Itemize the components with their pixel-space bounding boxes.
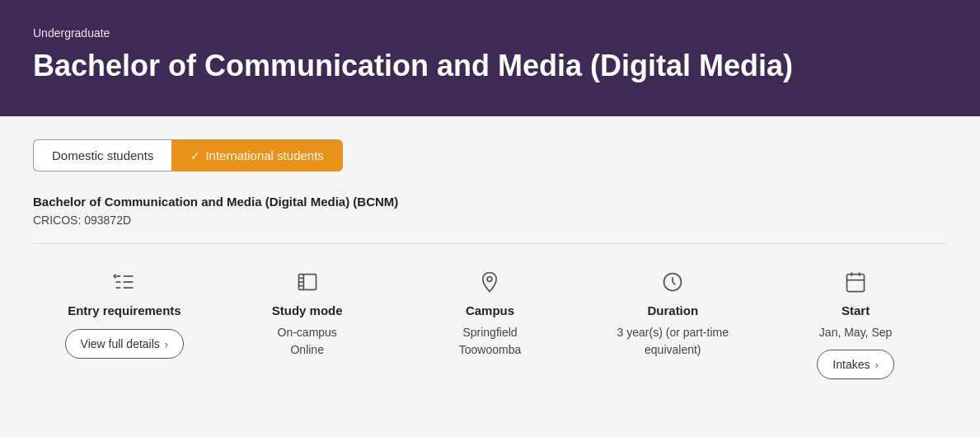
- start-title: Start: [842, 303, 870, 317]
- study-mode-cell: Study mode On-campus Online: [216, 267, 399, 359]
- entry-requirements-icon: [110, 267, 139, 297]
- check-icon: ✓: [190, 149, 200, 162]
- page-title: Bachelor of Communication and Media (Dig…: [33, 48, 947, 83]
- entry-requirements-cell: Entry requirements View full details ›: [33, 267, 216, 359]
- header: Undergraduate Bachelor of Communication …: [0, 0, 980, 116]
- start-icon: [841, 267, 870, 297]
- domestic-tab[interactable]: Domestic students: [33, 139, 171, 172]
- duration-cell: Duration 3 year(s) (or part-time equival…: [581, 267, 764, 359]
- cricos-code: CRICOS: 093872D: [33, 214, 947, 227]
- svg-rect-8: [847, 275, 865, 292]
- header-label: Undergraduate: [33, 26, 947, 40]
- view-full-details-button[interactable]: View full details ›: [65, 329, 185, 359]
- international-tab[interactable]: ✓ International students: [171, 139, 342, 172]
- start-cell: Start Jan, May, Sep Intakes ›: [764, 267, 947, 379]
- entry-requirements-title: Entry requirements: [68, 303, 181, 317]
- program-name: Bachelor of Communication and Media (Dig…: [33, 195, 947, 209]
- divider: [33, 243, 947, 244]
- duration-value: 3 year(s) (or part-time equivalent): [594, 324, 751, 359]
- intakes-button[interactable]: Intakes ›: [817, 350, 893, 379]
- study-mode-title: Study mode: [272, 303, 343, 317]
- campus-values: Springfield Toowoomba: [459, 324, 522, 359]
- study-mode-icon: [293, 267, 322, 297]
- campus-icon: [475, 267, 504, 297]
- duration-title: Duration: [647, 303, 698, 317]
- start-value: Jan, May, Sep: [819, 324, 892, 341]
- content-section: Domestic students ✓ International studen…: [0, 116, 980, 406]
- study-mode-values: On-campus Online: [278, 324, 337, 359]
- campus-cell: Campus Springfield Toowoomba: [399, 267, 582, 359]
- arrow-icon: ›: [165, 338, 168, 350]
- intakes-arrow-icon: ›: [874, 359, 878, 371]
- student-type-tabs: Domestic students ✓ International studen…: [33, 139, 947, 172]
- svg-point-6: [488, 277, 493, 282]
- info-grid: Entry requirements View full details › S…: [33, 267, 947, 379]
- campus-title: Campus: [466, 303, 514, 317]
- duration-icon: [658, 267, 687, 297]
